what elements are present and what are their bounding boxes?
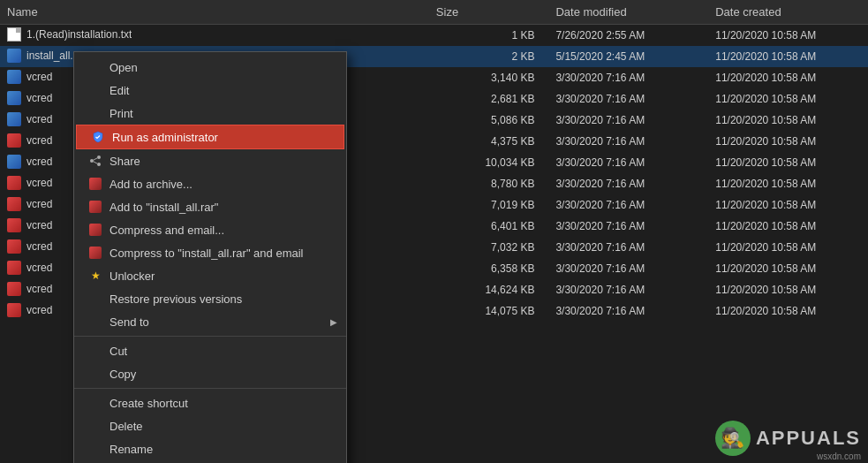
- file-modified-cell: 3/30/2020 7:16 AM: [548, 237, 708, 258]
- file-name-label: vcred: [26, 92, 52, 104]
- file-created-cell: 11/20/2020 10:58 AM: [708, 110, 868, 131]
- file-icon: [7, 112, 21, 126]
- menu-icon-open: [88, 60, 102, 74]
- menu-item-print[interactable]: Print: [74, 102, 346, 125]
- file-modified-cell: 7/26/2020 2:55 AM: [548, 25, 708, 46]
- menu-item-rename[interactable]: Rename: [74, 437, 346, 460]
- file-name-cell: 1.(Read)installation.txt: [0, 25, 429, 44]
- menu-separator: [74, 336, 346, 337]
- menu-item-unlocker[interactable]: ★Unlocker: [74, 264, 346, 287]
- menu-icon-add-to-archive: [88, 177, 102, 191]
- svg-line-4: [94, 162, 97, 163]
- file-name-label: 1.(Read)installation.txt: [26, 28, 132, 41]
- menu-item-add-to-archive[interactable]: Add to archive...: [74, 172, 346, 195]
- file-size-cell: 6,401 KB: [429, 216, 549, 237]
- col-header-created[interactable]: Date created: [708, 0, 868, 25]
- menu-icon-run-as-admin: [91, 130, 105, 144]
- file-size-cell: 14,075 KB: [429, 300, 549, 322]
- menu-icon-restore-versions: [88, 292, 102, 306]
- file-icon: [7, 239, 21, 254]
- file-name-label: vcred: [26, 240, 52, 253]
- menu-label-compress-email: Compress and email...: [109, 224, 224, 237]
- svg-point-2: [97, 163, 101, 166]
- menu-label-send-to: Send to: [109, 315, 149, 329]
- svg-line-3: [94, 158, 97, 160]
- col-header-size[interactable]: Size: [429, 0, 549, 25]
- file-name-label: vcred: [26, 71, 52, 83]
- file-created-cell: 11/20/2020 10:58 AM: [708, 25, 868, 46]
- menu-item-create-shortcut[interactable]: Create shortcut: [74, 391, 346, 414]
- menu-icon-cut: [88, 344, 102, 358]
- menu-icon-share: [88, 154, 102, 168]
- file-name-label: vcred: [26, 134, 52, 147]
- file-modified-cell: 3/30/2020 7:16 AM: [548, 258, 708, 279]
- menu-item-edit[interactable]: Edit: [74, 79, 346, 102]
- file-size-cell: 1 KB: [429, 25, 549, 46]
- file-icon: [7, 133, 21, 148]
- menu-icon-compress-rar-email: [88, 246, 102, 260]
- menu-icon-edit: [88, 83, 102, 97]
- file-icon: [7, 176, 21, 190]
- file-size-cell: 14,624 KB: [429, 279, 549, 300]
- file-created-cell: 11/20/2020 10:58 AM: [708, 131, 868, 152]
- menu-label-restore-versions: Restore previous versions: [109, 292, 242, 306]
- file-icon: [7, 197, 21, 211]
- svg-point-0: [97, 156, 101, 159]
- menu-separator: [74, 388, 346, 389]
- file-size-cell: 7,032 KB: [429, 237, 549, 258]
- menu-item-open[interactable]: Open: [74, 56, 346, 79]
- file-modified-cell: 3/30/2020 7:16 AM: [548, 216, 708, 237]
- menu-item-restore-versions[interactable]: Restore previous versions: [74, 287, 346, 310]
- menu-item-cut[interactable]: Cut: [74, 339, 346, 362]
- menu-label-delete: Delete: [109, 420, 143, 433]
- menu-item-compress-email[interactable]: Compress and email...: [74, 218, 346, 241]
- file-created-cell: 11/20/2020 10:58 AM: [708, 258, 868, 279]
- file-created-cell: 11/20/2020 10:58 AM: [708, 67, 868, 88]
- menu-item-compress-rar-email[interactable]: Compress to "install_all.rar" and email: [74, 241, 346, 264]
- menu-item-delete[interactable]: Delete: [74, 414, 346, 437]
- file-size-cell: 8,780 KB: [429, 173, 549, 194]
- menu-icon-add-to-install-rar: [88, 200, 102, 214]
- menu-label-add-to-install-rar: Add to "install_all.rar": [109, 201, 218, 214]
- file-created-cell: 11/20/2020 10:58 AM: [708, 237, 868, 258]
- menu-label-compress-rar-email: Compress to "install_all.rar" and email: [109, 247, 303, 260]
- winrar-icon: [89, 201, 102, 213]
- col-header-modified[interactable]: Date modified: [548, 0, 708, 25]
- watermark-logo: 🕵️: [715, 421, 751, 456]
- menu-item-run-as-admin[interactable]: Run as administrator: [76, 125, 344, 149]
- menu-item-add-to-install-rar[interactable]: Add to "install_all.rar": [74, 195, 346, 218]
- menu-item-share[interactable]: Share: [74, 149, 346, 172]
- file-modified-cell: 3/30/2020 7:16 AM: [548, 173, 708, 194]
- file-modified-cell: 5/15/2020 2:45 AM: [548, 46, 708, 67]
- file-name-label: vcred: [26, 219, 52, 231]
- menu-label-edit: Edit: [109, 84, 129, 97]
- file-icon: [7, 91, 21, 105]
- table-header: Name Size Date modified Date created: [0, 0, 868, 25]
- file-size-cell: 3,140 KB: [429, 67, 549, 88]
- menu-item-send-to[interactable]: Send to▶: [74, 310, 346, 333]
- svg-point-1: [90, 159, 94, 163]
- file-icon: [7, 155, 21, 169]
- menu-label-run-as-admin: Run as administrator: [112, 131, 218, 144]
- file-name-label: vcred: [26, 198, 52, 210]
- menu-item-copy[interactable]: Copy: [74, 362, 346, 385]
- file-icon: [7, 27, 21, 42]
- menu-label-share: Share: [109, 155, 140, 168]
- menu-label-unlocker: Unlocker: [109, 269, 155, 283]
- file-size-cell: 7,019 KB: [429, 194, 549, 216]
- watermark: 🕵️ APPUALS: [715, 421, 861, 456]
- winrar-icon: [89, 224, 102, 236]
- menu-label-copy: Copy: [109, 368, 136, 381]
- menu-icon-compress-email: [88, 223, 102, 237]
- menu-label-rename: Rename: [109, 443, 153, 456]
- winrar-icon: [89, 247, 102, 259]
- table-row[interactable]: 1.(Read)installation.txt1 KB7/26/2020 2:…: [0, 25, 868, 46]
- file-icon: [7, 70, 21, 84]
- col-header-name[interactable]: Name: [0, 0, 429, 25]
- file-size-cell: 5,086 KB: [429, 110, 549, 131]
- file-name-label: vcred: [26, 177, 52, 189]
- menu-icon-delete: [88, 419, 102, 433]
- file-created-cell: 11/20/2020 10:58 AM: [708, 279, 868, 300]
- submenu-arrow-icon: ▶: [330, 317, 337, 327]
- file-size-cell: 6,358 KB: [429, 258, 549, 279]
